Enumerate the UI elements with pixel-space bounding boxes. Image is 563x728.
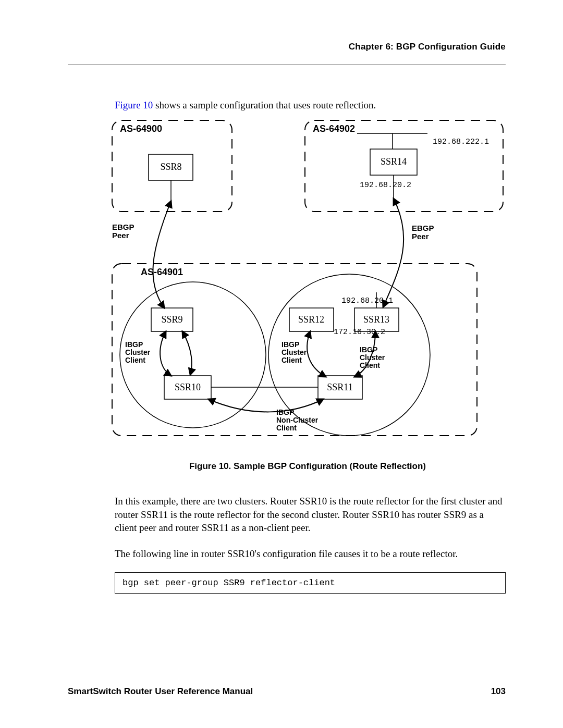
ibgp-cluster-mid: IBGP Cluster Client [282,340,309,364]
diagram: AS-64900 SSR8 AS-64902 192.68.222.1 SSR1… [104,115,506,451]
footer-page-number: 103 [491,686,506,697]
ip2-label: 192.68.20.2 [360,181,411,190]
ssr9-label: SSR9 [161,314,182,325]
ssr10-label: SSR10 [175,382,201,392]
as-bottom-label: AS-64901 [141,267,183,277]
ebgp-right-label: EBGP Peer [412,224,436,241]
paragraph-2: The following line in router SSR10's con… [115,547,506,561]
ebgp-left-label: EBGP Peer [112,223,136,240]
ssr8-label: SSR8 [160,162,181,172]
ssr11-label: SSR11 [327,382,352,392]
figure-link: Figure 10 [115,100,153,110]
header-rule [68,65,506,65]
page: Chapter 6: BGP Configuration Guide Figur… [0,0,563,728]
as-left-label: AS-64900 [120,124,162,134]
ssr12-label: SSR12 [298,314,324,325]
ssr14-label: SSR14 [381,156,407,167]
ibgp-noncluster: IBGP Non-Cluster Client [276,408,320,432]
intro-paragraph: Figure 10 shows a sample configuration t… [115,100,506,111]
chapter-header: Chapter 6: BGP Configuration Guide [68,42,506,52]
ssr13-label: SSR13 [363,314,389,325]
code-block: bgp set peer-group SSR9 reflector-client [115,572,506,594]
paragraph-1: In this example, there are two clusters.… [115,495,506,535]
ip1-label: 192.68.222.1 [433,138,489,146]
page-footer: SmartSwitch Router User Reference Manual… [68,686,506,697]
intro-text: shows a sample configuration that uses r… [153,100,376,110]
ip4-label: 172.16.30.2 [334,328,385,337]
as-right-label: AS-64902 [313,124,355,134]
ibgp-cluster-left: IBGP Cluster Client [125,340,152,364]
figure-caption: Figure 10. Sample BGP Configuration (Rou… [109,461,506,472]
footer-left: SmartSwitch Router User Reference Manual [68,686,253,697]
